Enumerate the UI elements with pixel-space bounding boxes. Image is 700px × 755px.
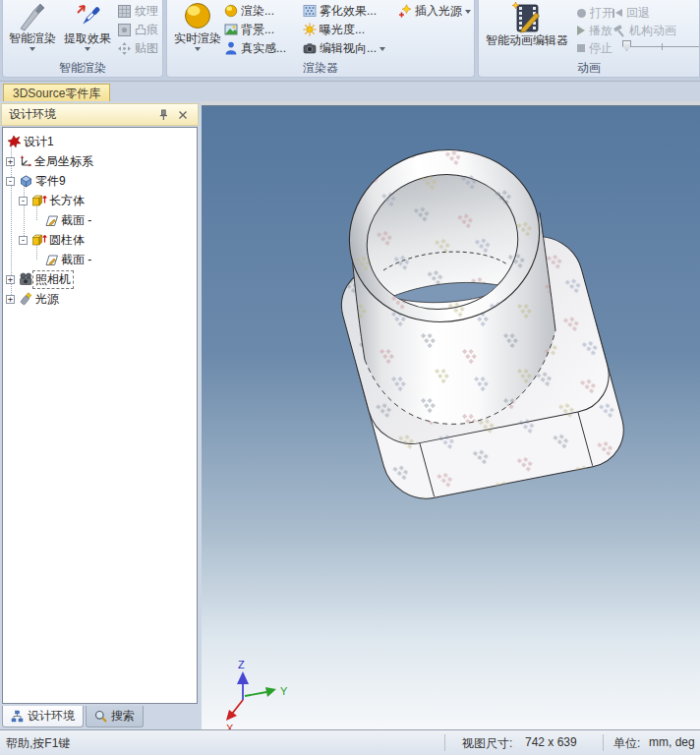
design-icon <box>7 135 22 148</box>
axis-y-label: Y <box>280 685 288 697</box>
realtime-render-button[interactable]: 实时渲染 <box>170 1 225 62</box>
panel-bottom-tabs: 设计环境 搜索 <box>2 706 144 727</box>
exposure-button[interactable]: 曝光度... <box>303 21 365 38</box>
model-3d <box>295 131 700 563</box>
dropdown-arrow-icon <box>465 10 471 14</box>
expander-icon[interactable]: - <box>6 177 15 186</box>
realism-button[interactable]: 真实感... <box>224 39 286 57</box>
record-icon <box>577 9 586 18</box>
anim-rewind-label: 回退 <box>626 5 650 22</box>
group-label: 动画 <box>479 60 699 76</box>
design-tree: 设计1 + 全局坐标系 - 零件9 - 长方体 <box>2 127 198 704</box>
smart-render-label: 智能渲染 <box>9 32 56 45</box>
render-button[interactable]: 渲染... <box>224 2 274 20</box>
bump-button[interactable]: 凸痕 <box>117 21 158 38</box>
solid-box-icon <box>31 233 47 247</box>
anim-mechanism-button[interactable]: 机构动画 <box>612 23 676 38</box>
anim-stop-button[interactable]: 停止 <box>577 40 612 56</box>
tree-item-global-coordinates[interactable]: + 全局坐标系 <box>3 151 197 171</box>
anim-stop-label: 停止 <box>589 40 612 57</box>
background-button[interactable]: 背景... <box>224 21 274 38</box>
tree-item-light[interactable]: + 光源 <box>3 289 197 309</box>
edit-view-label: 编辑视向... <box>320 40 377 57</box>
insert-light-button[interactable]: 插入光源 <box>397 2 471 20</box>
fog-effect-button[interactable]: 雾化效果... <box>303 2 377 20</box>
tab-design-environment[interactable]: 设计环境 <box>2 706 84 727</box>
ribbon-group-animation: 智能动画编辑器 打开 回退 播放 机构动画 停止 动画 <box>478 0 700 78</box>
slider-tick <box>662 43 663 50</box>
dropdown-arrow-icon <box>195 47 201 51</box>
tree-item-section-2[interactable]: 截面 - <box>3 250 197 269</box>
close-icon[interactable] <box>176 108 190 122</box>
tab-search-label: 搜索 <box>111 708 135 725</box>
background-label: 背景... <box>241 22 274 38</box>
decal-button[interactable]: 贴图 <box>117 39 158 57</box>
move-arrows-icon <box>117 41 132 56</box>
status-bar: 帮助,按F1键 视图尺寸: 742 x 639 单位: mm, deg <box>0 729 700 755</box>
extract-effect-button[interactable]: 提取效果 <box>60 1 115 62</box>
eyedropper-icon <box>73 1 102 32</box>
tree-item-cuboid[interactable]: - 长方体 <box>3 191 197 210</box>
sketch-icon <box>44 213 59 227</box>
animation-slider[interactable] <box>611 39 700 53</box>
units-value: mm, deg <box>649 735 695 749</box>
viewport-3d[interactable]: Z Y X <box>202 101 700 729</box>
group-label: 渲染器 <box>167 60 474 76</box>
view-size-label: 视图尺寸: <box>462 735 512 752</box>
doc-tab-3dsource[interactable]: 3DSource零件库 <box>3 84 110 103</box>
pin-icon[interactable] <box>156 108 170 122</box>
smart-render-button[interactable]: 智能渲染 <box>5 1 60 62</box>
tree-item-section-1[interactable]: 截面 - <box>3 210 197 230</box>
stop-icon <box>577 44 585 52</box>
ribbon-group-smart-render: 智能渲染 提取效果 纹理 <box>2 0 163 78</box>
ribbon: 智能渲染 提取效果 纹理 <box>0 0 700 81</box>
dropdown-arrow-icon <box>85 47 90 51</box>
dropdown-arrow-icon <box>379 47 385 51</box>
animation-editor-button[interactable]: 智能动画编辑器 <box>481 1 573 62</box>
expander-icon[interactable]: - <box>19 236 28 245</box>
decal-label: 贴图 <box>135 40 158 57</box>
tree-item-part-9[interactable]: - 零件9 <box>3 171 197 191</box>
tree-item-camera[interactable]: + 照相机 <box>3 269 197 289</box>
tree-structure-icon <box>11 710 24 723</box>
fog-effect-label: 雾化效果... <box>320 3 377 20</box>
knife-icon <box>18 1 47 32</box>
exposure-label: 曝光度... <box>320 22 365 38</box>
tab-design-environment-label: 设计环境 <box>28 708 75 725</box>
design-environment-panel: 设计环境 设计1 + 全局坐标系 - <box>0 101 202 729</box>
rewind-icon <box>612 9 622 18</box>
anim-open-label: 打开 <box>590 5 613 22</box>
image-icon <box>224 23 238 36</box>
sphere-icon <box>224 4 238 18</box>
part-icon <box>19 174 33 188</box>
document-tab-strip: 3DSource零件库 <box>0 81 700 101</box>
tab-search[interactable]: 搜索 <box>86 706 144 727</box>
play-icon <box>577 26 585 35</box>
axis-z-label: Z <box>238 659 245 670</box>
anim-mechanism-label: 机构动画 <box>629 23 676 39</box>
expander-icon[interactable]: - <box>19 197 28 205</box>
anim-rewind-button[interactable]: 回退 <box>612 5 650 21</box>
tree-item-cylinder[interactable]: - 圆柱体 <box>3 230 197 250</box>
expander-icon[interactable]: + <box>6 275 15 284</box>
panel-header: 设计环境 <box>1 103 199 126</box>
insert-light-icon <box>397 4 412 19</box>
texture-icon <box>117 4 132 19</box>
bump-icon <box>117 23 132 37</box>
film-editor-icon <box>510 1 544 34</box>
anim-open-button[interactable]: 打开 <box>577 5 613 21</box>
slider-handle[interactable] <box>622 40 631 51</box>
expander-icon[interactable]: + <box>6 157 15 166</box>
status-separator <box>444 734 445 751</box>
edit-view-button[interactable]: 编辑视向... <box>303 39 385 57</box>
expander-icon[interactable]: + <box>6 295 15 304</box>
group-label: 智能渲染 <box>3 60 162 76</box>
extract-effect-label: 提取效果 <box>64 32 111 45</box>
sphere-icon <box>182 1 213 32</box>
camera-icon <box>19 272 33 286</box>
search-icon <box>94 710 107 723</box>
anim-play-button[interactable]: 播放 <box>577 23 612 38</box>
tree-item-design-1[interactable]: 设计1 <box>3 132 197 151</box>
status-separator <box>603 734 604 751</box>
texture-button[interactable]: 纹理 <box>117 2 158 20</box>
